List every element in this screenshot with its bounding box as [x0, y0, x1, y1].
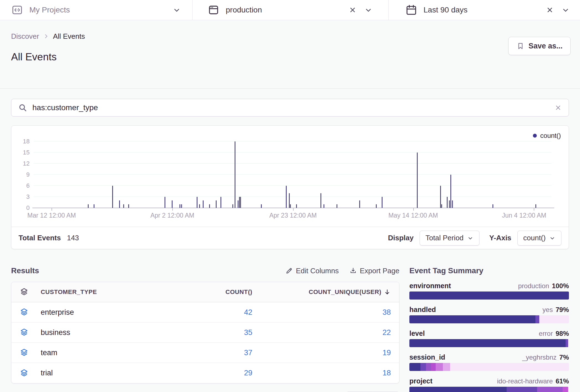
column-header-customer-type[interactable]: CUSTOMER_TYPE — [41, 288, 175, 296]
tag-bar-segment[interactable] — [507, 387, 537, 392]
chart-bar[interactable] — [181, 204, 182, 208]
chart-bar[interactable] — [452, 200, 453, 208]
chart-bar[interactable] — [289, 193, 290, 208]
chart-bar[interactable] — [172, 200, 173, 208]
chart-bar[interactable] — [441, 204, 442, 208]
tag-bar-segment[interactable] — [535, 315, 539, 323]
date-range-selector[interactable]: Last 90 days — [388, 0, 580, 20]
column-header-count[interactable]: COUNT() — [175, 288, 252, 296]
chart-bar[interactable] — [359, 200, 360, 208]
chart-bar[interactable] — [112, 186, 113, 208]
tag-bar-segment[interactable] — [436, 363, 443, 371]
chart-bar[interactable] — [535, 204, 536, 208]
close-icon[interactable] — [546, 6, 554, 14]
tag-distribution-bar[interactable] — [409, 315, 569, 323]
customer-type-cell[interactable]: enterprise — [41, 308, 175, 317]
customer-type-cell[interactable]: team — [41, 349, 175, 357]
tag-bar-segment[interactable] — [426, 363, 431, 371]
chart-bar[interactable] — [450, 175, 451, 208]
layers-icon[interactable] — [20, 308, 41, 317]
chart-bar[interactable] — [449, 200, 450, 208]
chart-bar[interactable] — [199, 204, 200, 208]
tag-distribution-bar[interactable] — [409, 292, 569, 300]
chart-bar[interactable] — [382, 197, 383, 208]
save-as-button[interactable]: Save as... — [508, 37, 571, 55]
chart-bar[interactable] — [320, 193, 321, 208]
chart-bar[interactable] — [261, 204, 262, 208]
export-page-button[interactable]: Export Page — [349, 267, 399, 275]
chevron-down-icon[interactable] — [364, 6, 373, 14]
environment-selector[interactable]: production — [192, 0, 388, 20]
layers-icon[interactable] — [20, 348, 41, 357]
layers-icon[interactable] — [20, 369, 41, 378]
count-cell[interactable]: 42 — [175, 308, 252, 317]
count-unique-cell[interactable]: 19 — [252, 349, 391, 357]
tag-distribution-bar[interactable] — [409, 363, 569, 371]
customer-type-cell[interactable]: business — [41, 328, 175, 337]
column-header-count-unique[interactable]: COUNT_UNIQUE(USER) — [252, 288, 391, 296]
chart-bar[interactable] — [197, 197, 197, 208]
count-unique-cell[interactable]: 18 — [252, 369, 391, 377]
tag-bar-segment[interactable] — [409, 292, 569, 300]
chart-bar[interactable] — [220, 197, 221, 208]
tag-bar-segment[interactable] — [539, 315, 569, 323]
search-input[interactable]: has:customer_type — [32, 103, 554, 112]
chart-bar[interactable] — [119, 200, 120, 208]
clear-search-icon[interactable] — [554, 104, 562, 112]
close-icon[interactable] — [348, 6, 357, 14]
tag-bar-segment[interactable] — [563, 387, 568, 392]
tag-bar-segment[interactable] — [443, 363, 450, 371]
chart-bar[interactable] — [88, 204, 89, 208]
chevron-down-icon[interactable] — [561, 6, 570, 14]
breadcrumb-discover-link[interactable]: Discover — [11, 32, 39, 41]
layers-icon[interactable] — [20, 328, 41, 337]
project-selector[interactable]: My Projects — [0, 0, 192, 20]
tag-bar-segment[interactable] — [537, 387, 563, 392]
tag-bar-segment[interactable] — [409, 387, 507, 392]
display-dropdown[interactable]: Total Period — [420, 231, 479, 246]
tag-bar-segment[interactable] — [568, 339, 569, 347]
tag-bar-segment[interactable] — [409, 339, 566, 347]
yaxis-dropdown[interactable]: count() — [517, 231, 561, 246]
chart-bar[interactable] — [324, 204, 324, 208]
chart-bar[interactable] — [203, 200, 204, 208]
chart-bar[interactable] — [376, 204, 377, 208]
tag-bar-segment[interactable] — [409, 363, 420, 371]
chart-bar[interactable] — [239, 197, 240, 208]
events-chart-plot[interactable]: 0369121518Mar 12 12:00 AMApr 2 12:00 AMA… — [34, 141, 551, 208]
tag-bar-segment[interactable] — [420, 363, 426, 371]
customer-type-cell[interactable]: trial — [41, 369, 175, 377]
chart-bar[interactable] — [179, 204, 180, 208]
chart-bar[interactable] — [290, 204, 291, 208]
chart-bar[interactable] — [337, 204, 337, 208]
chart-bar[interactable] — [235, 141, 235, 208]
chevron-down-icon[interactable] — [172, 6, 181, 14]
chart-bar[interactable] — [492, 204, 493, 208]
chart-bar[interactable] — [232, 204, 233, 208]
tag-bar-segment[interactable] — [566, 339, 568, 347]
chart-bar[interactable] — [440, 186, 441, 208]
chart-bar[interactable] — [447, 197, 448, 208]
chart-bar[interactable] — [240, 197, 241, 208]
chart-bar[interactable] — [209, 204, 210, 208]
count-cell[interactable]: 35 — [175, 328, 252, 337]
chart-bar[interactable] — [123, 204, 124, 208]
chart-bar[interactable] — [286, 186, 287, 208]
tag-distribution-bar[interactable] — [409, 387, 569, 392]
tag-distribution-bar[interactable] — [409, 339, 569, 347]
chart-bar[interactable] — [165, 197, 165, 208]
count-cell[interactable]: 37 — [175, 349, 252, 357]
chart-bar[interactable] — [128, 204, 129, 208]
count-cell[interactable]: 29 — [175, 369, 252, 377]
count-unique-cell[interactable]: 38 — [252, 308, 391, 317]
chart-bar[interactable] — [94, 204, 94, 208]
tag-bar-segment[interactable] — [431, 363, 436, 371]
count-unique-cell[interactable]: 22 — [252, 328, 391, 337]
edit-columns-button[interactable]: Edit Columns — [285, 267, 339, 275]
chart-bar[interactable] — [216, 200, 217, 208]
tag-bar-segment[interactable] — [450, 363, 569, 371]
chart-bar[interactable] — [296, 204, 297, 208]
tag-bar-segment[interactable] — [568, 387, 569, 392]
layers-icon[interactable] — [20, 288, 41, 296]
chart-bar[interactable] — [238, 200, 238, 208]
